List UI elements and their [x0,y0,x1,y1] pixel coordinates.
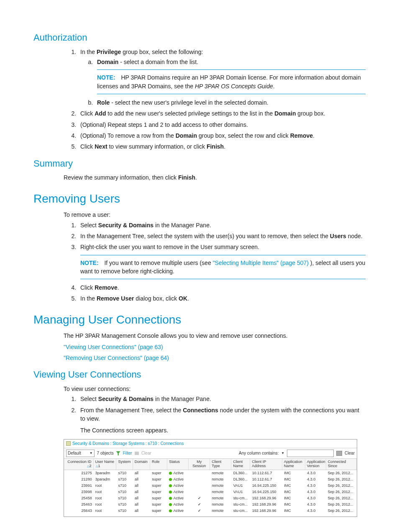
clear-filter-icon [135,452,139,455]
lock-icon [66,441,71,446]
heading-managing-connections: Managing User Connections [33,311,366,329]
removing-steps: Select Security & Domains in the Manager… [64,221,366,303]
view-result-text: The Connections screen appears. [80,426,366,434]
table-row[interactable]: 23998roots710allsuperActiveremoteVAU116.… [64,489,357,495]
col-application-version[interactable]: Application Version [305,459,326,470]
table-row[interactable]: 212803paradms710allsuperActiveremoteDL36… [64,476,357,483]
rem-step-2: In the Management Tree, select the syste… [78,232,366,240]
col-connected-since[interactable]: Connected Since [326,459,357,470]
col-client-ip[interactable]: Client IP Address [250,459,282,470]
col-connection-id[interactable]: Connection ID △2 [64,459,94,470]
auth-sub-b: Role - select the new user's privilege l… [95,98,366,107]
table-row[interactable]: 25458roots710allsuperActive✓remotestu-cm… [64,495,357,501]
note-domain-license: NOTE: HP 3PAR Domains require an HP 3PAR… [97,69,366,94]
view-step-2: From the Management Tree, select the Con… [78,406,366,435]
table-body: 212753paradms710allsuperActiveremoteDL36… [64,470,357,514]
note-label: NOTE: [97,74,115,81]
col-role[interactable]: Role [150,459,167,470]
managing-intro: The HP 3PAR Management Console allows yo… [64,332,366,340]
screenshot-breadcrumb: Security & Domains : Storage Systems : s… [64,439,357,449]
printer-icon[interactable] [336,451,342,456]
table-row[interactable]: 212753paradms710allsuperActiveremoteDL36… [64,470,357,476]
chevron-down-icon[interactable]: ▼ [281,451,284,456]
col-my-session[interactable]: My Session [189,459,210,470]
table-header-row: Connection ID △2 User Name △1 System Dom… [64,459,357,470]
heading-authorization: Authorization [33,31,366,44]
connections-screenshot: Security & Domains : Storage Systems : s… [64,439,357,517]
removing-intro: To remove a user: [64,211,366,219]
viewing-steps: Select Security & Domains in the Manager… [64,395,366,434]
clear-search-button[interactable]: Clear [345,450,355,457]
col-status[interactable]: Status [167,459,189,470]
auth-step-5: Click Next to view summary information, … [78,142,366,151]
filter-icon[interactable] [116,451,120,455]
summary-body: Review the summary information, then cli… [64,173,366,182]
rem-step-5: In the Remove User dialog box, click OK. [78,294,366,303]
table-row[interactable]: 25463roots710allsuperActive✓remotestu-cm… [64,501,357,508]
note-label: NOTE: [80,260,99,266]
rem-step-1: Select Security & Domains in the Manager… [78,221,366,229]
auth-substeps: Domain - select a domain from the list. … [80,58,366,107]
group-dropdown[interactable]: Default▼ [66,450,95,457]
col-domain[interactable]: Domain [133,459,150,470]
clear-filter-button[interactable]: Clear [141,450,151,457]
col-system[interactable]: System [116,459,133,470]
authorization-steps: In the Privilege group box, select the f… [64,48,366,151]
filter-button[interactable]: Filter [123,450,132,457]
rem-step-3: Right-click the user you want to remove … [78,243,366,279]
link-removing-connections[interactable]: "Removing User Connections" (page 64) [64,355,169,361]
screenshot-toolbar: Default▼ 7 objects Filter Clear Any colu… [64,448,357,459]
col-client-type[interactable]: Client Type [210,459,231,470]
col-user-name[interactable]: User Name △1 [94,459,117,470]
note-multi-remove: NOTE: If you want to remove multiple use… [80,255,366,280]
table-row[interactable]: 25643roots710allsuperActive✓remotestu-cm… [64,508,357,514]
any-column-label: Any column contains: [239,450,279,457]
auth-step-2: Click Add to add the new user's selected… [78,109,366,118]
link-viewing-connections[interactable]: "Viewing User Connections" (page 63) [64,344,163,350]
rem-step-4: Click Remove. [78,283,366,292]
heading-viewing-connections: Viewing User Connections [33,368,366,381]
chevron-down-icon: ▼ [90,451,93,456]
auth-step-4: (Optional) To remove a row from the Doma… [78,131,366,140]
view-step-1: Select Security & Domains in the Manager… [78,395,366,403]
search-input[interactable] [287,450,334,457]
auth-step-1: In the Privilege group box, select the f… [78,48,366,107]
viewing-intro: To view user connections: [64,385,366,393]
object-count: 7 objects [97,450,114,457]
auth-sub-a: Domain - select a domain from the list. … [95,58,366,94]
link-selecting-multiple[interactable]: "Selecting Multiple Items" (page 507) [213,260,309,266]
heading-removing-users: Removing Users [33,190,366,208]
table-row[interactable]: 23991roots710allsuperActiveremoteVAU116.… [64,483,357,489]
col-application-name[interactable]: Application Name [282,459,305,470]
col-client-name[interactable]: Client Name [231,459,250,470]
heading-summary: Summary [33,157,366,170]
auth-step-3: (Optional) Repeat steps 1 and 2 to add a… [78,121,366,129]
